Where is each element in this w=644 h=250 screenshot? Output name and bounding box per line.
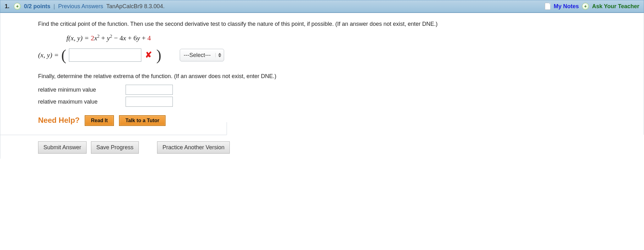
chevron-updown-icon <box>215 53 221 57</box>
incorrect-icon: ✘ <box>145 49 152 61</box>
points-link[interactable]: 0/2 points <box>24 3 50 10</box>
extrema-prompt: Finally, determine the relative extrema … <box>38 72 609 80</box>
plus-icon[interactable]: + <box>582 3 589 10</box>
read-it-button[interactable]: Read It <box>85 115 114 126</box>
question-header: 1. + 0/2 points | Previous Answers TanAp… <box>0 0 644 13</box>
submit-answer-button[interactable]: Submit Answer <box>38 141 87 154</box>
eq-plus-3: + <box>142 34 147 42</box>
note-icon[interactable] <box>545 3 551 10</box>
ask-teacher-link[interactable]: Ask Your Teacher <box>592 3 639 10</box>
select-value: ---Select--- <box>184 51 211 59</box>
expand-icon[interactable]: + <box>14 3 21 10</box>
header-left: 1. + 0/2 points | Previous Answers TanAp… <box>5 3 165 10</box>
eq-const: 4 <box>147 34 151 42</box>
need-help-row: Need Help? Read It Talk to a Tutor <box>38 115 609 126</box>
practice-another-version-button[interactable]: Practice Another Version <box>157 141 230 154</box>
eq-lhs: f(x, y) = <box>66 34 91 42</box>
eq-plus-2: + <box>128 34 133 42</box>
header-right: My Notes + Ask Your Teacher <box>545 3 639 10</box>
equation: f(x, y) = 2x2 + y2 − 4x + 6y + 4 <box>66 33 609 43</box>
need-help-label: Need Help? <box>38 115 80 126</box>
critical-point-row: (x, y) = ( ✘ ) ---Select--- <box>38 48 609 63</box>
separator: | <box>54 3 55 10</box>
relative-min-label: relative minimum value <box>38 86 120 94</box>
eq-minus: − <box>114 34 120 42</box>
paren-open-icon: ( <box>61 48 67 63</box>
eq-var-y: y <box>107 34 110 42</box>
eq-plus-1: + <box>101 34 107 42</box>
relative-min-input[interactable] <box>126 85 173 95</box>
save-progress-button[interactable]: Save Progress <box>91 141 139 154</box>
eq-term-3: 4 <box>120 34 123 42</box>
relative-max-row: relative maximum value <box>38 97 609 107</box>
question-number: 1. <box>5 3 9 10</box>
bottom-button-bar: Submit Answer Save Progress Practice Ano… <box>0 135 644 159</box>
paren-close-icon: ) <box>156 48 162 63</box>
critical-point-input[interactable] <box>69 48 141 62</box>
eq-coef-1: 2 <box>91 34 94 42</box>
previous-answers-link[interactable]: Previous Answers <box>58 3 103 10</box>
critical-point-label: (x, y) = <box>38 50 59 60</box>
question-body: Find the critical point of the function.… <box>0 13 644 135</box>
divider <box>0 135 644 135</box>
relative-min-row: relative minimum value <box>38 85 609 95</box>
my-notes-link[interactable]: My Notes <box>554 3 579 10</box>
talk-to-tutor-button[interactable]: Talk to a Tutor <box>119 115 166 126</box>
classification-select[interactable]: ---Select--- <box>180 49 224 61</box>
relative-max-input[interactable] <box>126 97 173 107</box>
relative-max-label: relative maximum value <box>38 98 120 106</box>
prompt-text: Find the critical point of the function.… <box>38 20 609 28</box>
eq-var-x: x <box>94 34 97 42</box>
problem-id: TanApCalcBr9 8.3.004. <box>106 3 165 10</box>
